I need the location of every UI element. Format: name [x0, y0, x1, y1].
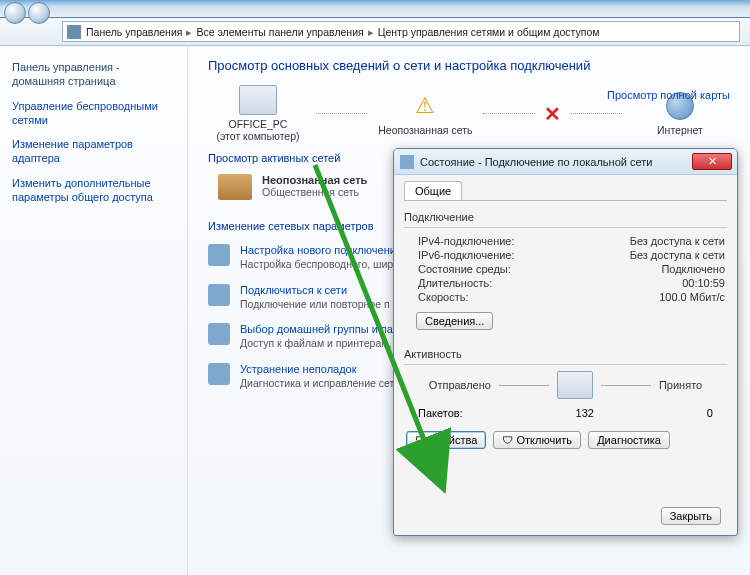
dialog-title: Состояние - Подключение по локальной сет…	[420, 156, 652, 168]
new-connection-icon	[208, 244, 230, 266]
kv-duration: Длительность:00:10:59	[404, 276, 727, 290]
page-title: Просмотр основных сведений о сети и наст…	[208, 58, 730, 73]
packets-received: 0	[707, 407, 713, 419]
network-status-icon	[400, 155, 414, 169]
properties-button[interactable]: 🛡 Свойства	[406, 431, 486, 449]
kv-ipv6: IPv6-подключение:Без доступа к сети	[404, 248, 727, 262]
packets-label: Пакетов:	[418, 407, 463, 419]
topology-line	[316, 113, 367, 114]
breadcrumb-item[interactable]: Все элементы панели управления	[196, 26, 363, 38]
tab-general[interactable]: Общие	[404, 181, 462, 200]
tab-strip: Общие	[404, 181, 727, 201]
sidebar-title: Панель управления - домашняя страница	[12, 60, 175, 89]
kv-ipv4: IPv4-подключение:Без доступа к сети	[404, 234, 727, 248]
topology-line	[571, 113, 622, 114]
kv-media: Состояние среды:Подключено	[404, 262, 727, 276]
active-network-name: Неопознанная сеть	[262, 174, 367, 186]
packet-counts: Пакетов: 132 0	[404, 405, 727, 421]
troubleshoot-icon	[208, 363, 230, 385]
status-dialog: Состояние - Подключение по локальной сет…	[393, 148, 738, 536]
chevron-right-icon: ▸	[368, 26, 374, 38]
nav-buttons	[4, 2, 50, 24]
activity-graphic: Отправлено Принято	[404, 371, 727, 399]
node-unknown-network[interactable]: ⚠ Неопознанная сеть	[375, 91, 475, 136]
disable-button[interactable]: 🛡 Отключить	[493, 431, 581, 449]
group-connection-label: Подключение	[404, 211, 727, 223]
control-panel-icon	[67, 25, 81, 39]
active-network-type: Общественная сеть	[262, 186, 367, 198]
sent-label: Отправлено	[429, 379, 491, 391]
warning-icon: ⚠	[406, 91, 444, 121]
computer-icon	[239, 85, 277, 115]
nav-back-button[interactable]	[4, 2, 26, 24]
bench-icon	[218, 174, 252, 200]
dialog-titlebar[interactable]: Состояние - Подключение по локальной сет…	[394, 149, 737, 175]
sidebar: Панель управления - домашняя страница Уп…	[0, 46, 188, 575]
window-chrome	[0, 0, 750, 18]
kv-speed: Скорость:100.0 Мбит/с	[404, 290, 727, 304]
full-map-link[interactable]: Просмотр полной карты	[607, 89, 730, 101]
breadcrumb-item[interactable]: Панель управления	[86, 26, 182, 38]
details-button[interactable]: Сведения...	[416, 312, 493, 330]
diagnostics-button[interactable]: Диагностика	[588, 431, 670, 449]
packets-sent: 132	[576, 407, 594, 419]
dialog-action-row: 🛡 Свойства 🛡 Отключить Диагностика	[404, 421, 727, 449]
breadcrumb-item[interactable]: Центр управления сетями и общим доступом	[378, 26, 600, 38]
close-dialog-button[interactable]: Закрыть	[661, 507, 721, 525]
divider	[404, 227, 727, 228]
group-activity-label: Активность	[404, 348, 727, 360]
chevron-right-icon: ▸	[186, 26, 192, 38]
node-this-pc[interactable]: OFFICE_PC (этот компьютер)	[208, 85, 308, 142]
breadcrumb[interactable]: Панель управления ▸ Все элементы панели …	[62, 21, 740, 42]
topology-line	[483, 113, 534, 114]
sidebar-link-sharing[interactable]: Изменить дополнительные параметры общего…	[12, 176, 175, 205]
close-button[interactable]: ✕	[692, 153, 732, 170]
homegroup-icon	[208, 323, 230, 345]
x-icon: ✕	[544, 103, 561, 125]
connect-network-icon	[208, 284, 230, 306]
disconnected-icon: ✕	[543, 102, 563, 126]
sidebar-link-adapter[interactable]: Изменение параметров адаптера	[12, 137, 175, 166]
activity-computer-icon	[557, 371, 593, 399]
divider	[404, 364, 727, 365]
received-label: Принято	[659, 379, 702, 391]
sidebar-link-wireless[interactable]: Управление беспроводными сетями	[12, 99, 175, 128]
breadcrumb-bar: Панель управления ▸ Все элементы панели …	[0, 18, 750, 46]
nav-forward-button[interactable]	[28, 2, 50, 24]
